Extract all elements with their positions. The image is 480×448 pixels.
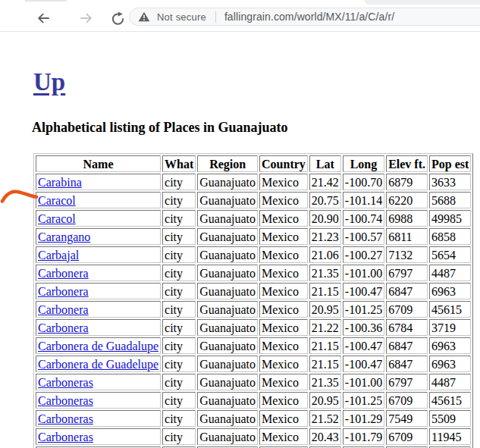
place-link[interactable]: Carabina — [38, 176, 82, 189]
table-cell: 21.42 — [309, 174, 341, 190]
place-link[interactable]: Carbonera — [38, 285, 89, 298]
table-cell: 6988 — [386, 210, 428, 227]
place-name-cell: Carbonera — [36, 319, 161, 336]
column-header: Region — [197, 155, 258, 172]
table-cell: city — [162, 301, 196, 318]
table-cell: city — [162, 174, 196, 190]
table-cell: 21.15 — [309, 283, 341, 299]
table-cell: 6963 — [429, 337, 471, 354]
url-text[interactable]: fallingrain.com/world/MX/11/a/C/a/r/ — [224, 11, 394, 23]
table-cell: city — [162, 265, 196, 281]
table-cell: 21.15 — [309, 356, 341, 372]
place-name-cell: Carbonera — [36, 265, 161, 281]
table-cell: city — [162, 192, 196, 208]
table-cell: 20.90 — [309, 210, 341, 227]
table-cell: 49985 — [429, 210, 471, 227]
page-title: Alphabetical listing of Places in Guanaj… — [32, 120, 288, 136]
place-link[interactable]: Carbonera de Guadelupe — [38, 358, 158, 371]
place-link[interactable]: Carangano — [38, 230, 90, 243]
table-cell: 21.23 — [309, 228, 341, 245]
place-name-cell: Carboneras — [36, 410, 161, 427]
table-cell: Guanajuato — [197, 210, 258, 227]
place-link[interactable]: Carbonera — [38, 267, 89, 280]
table-cell: 6847 — [386, 283, 428, 299]
table-cell: Mexico — [259, 337, 308, 354]
table-row: CarboneracityGuanajuatoMexico21.15-100.4… — [36, 283, 471, 299]
reload-icon — [111, 11, 126, 26]
table-cell: Mexico — [259, 283, 308, 299]
place-link[interactable]: Carboneras — [38, 412, 93, 425]
table-cell: Mexico — [259, 265, 308, 281]
back-button[interactable] — [36, 11, 51, 26]
place-link[interactable]: Carbonera de Guadalupe — [38, 340, 158, 352]
browser-toolbar: Not secure fallingrain.com/world/MX/11/a… — [0, 0, 480, 31]
tab-strip-remnant-left — [25, 0, 67, 2]
table-cell: -100.47 — [343, 356, 384, 372]
table-cell: city — [162, 428, 196, 445]
table-cell: Mexico — [259, 410, 308, 427]
table-row: CarboneracityGuanajuatoMexico21.22-100.3… — [36, 319, 471, 336]
not-secure-warning-icon — [138, 11, 150, 22]
up-link[interactable]: Up — [33, 68, 65, 96]
table-cell: Mexico — [259, 374, 308, 390]
url-separator — [215, 11, 216, 23]
place-link[interactable]: Carbonera — [38, 303, 89, 316]
table-cell: city — [162, 319, 196, 336]
table-cell: city — [162, 246, 196, 263]
place-link[interactable]: Carboneras — [38, 376, 93, 389]
table-cell: 4487 — [429, 265, 471, 281]
place-name-cell: Caracol — [36, 192, 161, 208]
reload-button[interactable] — [111, 11, 126, 26]
table-row: CarabinacityGuanajuatoMexico21.42-100.70… — [36, 174, 471, 190]
table-cell: 7549 — [386, 410, 428, 427]
place-link[interactable]: Carboneras — [38, 431, 93, 443]
table-cell: 3719 — [429, 319, 471, 336]
table-cell: 5509 — [429, 410, 471, 427]
table-cell: Mexico — [259, 319, 308, 336]
table-cell: Guanajuato — [197, 192, 258, 208]
table-cell: 21.15 — [309, 337, 341, 354]
place-link[interactable]: Carbonera — [38, 321, 89, 334]
forward-button[interactable] — [79, 11, 94, 26]
column-header: Long — [343, 155, 384, 172]
column-header: Pop est — [429, 155, 471, 172]
table-cell: 11945 — [429, 428, 471, 445]
table-cell: 6879 — [386, 174, 428, 190]
table-cell: 6709 — [386, 428, 428, 445]
table-cell: Guanajuato — [197, 246, 258, 263]
table-row: Carbonera de GuadelupecityGuanajuatoMexi… — [36, 356, 471, 372]
address-bar[interactable]: Not secure fallingrain.com/world/MX/11/a… — [129, 8, 480, 26]
table-cell: -100.36 — [343, 319, 384, 336]
place-name-cell: Carbonera — [36, 301, 161, 318]
table-cell: -101.00 — [343, 265, 384, 281]
place-link[interactable]: Caracol — [38, 212, 76, 225]
table-cell: 21.35 — [309, 265, 341, 281]
table-cell: Guanajuato — [197, 228, 258, 245]
table-row: CaracolcityGuanajuatoMexico20.75-101.146… — [36, 192, 471, 208]
table-cell: -101.25 — [343, 392, 384, 409]
table-cell: 5654 — [429, 246, 471, 263]
table-cell: 20.75 — [309, 192, 341, 208]
table-cell: Mexico — [259, 228, 308, 245]
table-cell: -100.47 — [343, 337, 384, 354]
table-header-row: NameWhatRegionCountryLatLongElev ft.Pop … — [36, 155, 471, 172]
table-row: CarbonerascityGuanajuatoMexico20.43-101.… — [36, 428, 471, 445]
security-label[interactable]: Not secure — [157, 11, 206, 23]
place-name-cell: Carbonera — [36, 283, 161, 299]
table-cell: 20.95 — [309, 392, 341, 409]
table-cell: 6797 — [386, 374, 428, 390]
place-link[interactable]: Caracol — [38, 194, 76, 207]
place-link[interactable]: Carboneras — [38, 394, 93, 407]
table-cell: -100.74 — [343, 210, 384, 227]
place-name-cell: Caracol — [36, 210, 161, 227]
table-row: CarbonerascityGuanajuatoMexico21.35-101.… — [36, 374, 471, 390]
place-name-cell: Carboneras — [36, 374, 161, 390]
place-link[interactable]: Carbajal — [38, 249, 79, 262]
table-row: CaracolcityGuanajuatoMexico20.90-100.746… — [36, 210, 471, 227]
table-cell: 6858 — [429, 228, 471, 245]
column-header: What — [162, 155, 196, 172]
table-cell: 21.06 — [309, 246, 341, 263]
table-cell: Guanajuato — [197, 410, 258, 427]
table-row: CaranganocityGuanajuatoMexico21.23-100.5… — [36, 228, 471, 245]
table-cell: Guanajuato — [197, 374, 258, 390]
